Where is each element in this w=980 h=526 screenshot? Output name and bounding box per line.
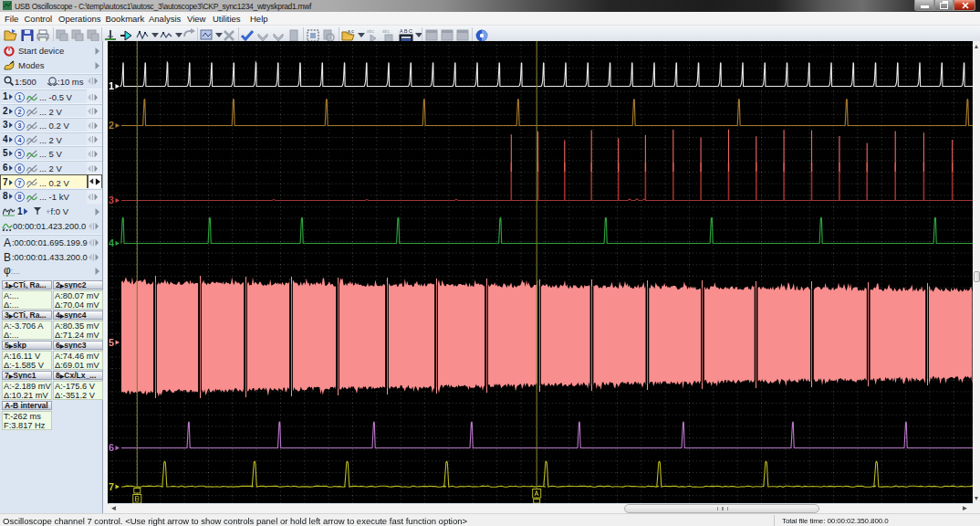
svg-text:5: 5 [109, 337, 114, 348]
svg-text:3: 3 [109, 195, 114, 205]
svg-text:6: 6 [109, 442, 114, 453]
svg-text:A B C: A B C [400, 28, 412, 34]
svg-text:4: 4 [109, 237, 115, 248]
svg-text:7: 7 [109, 481, 114, 492]
svg-text:2: 2 [109, 120, 114, 131]
svg-text:1: 1 [109, 80, 114, 91]
svg-text:abc: abc [382, 28, 391, 34]
svg-text:a c: a c [348, 28, 354, 34]
svg-text:abc: abc [367, 28, 375, 34]
